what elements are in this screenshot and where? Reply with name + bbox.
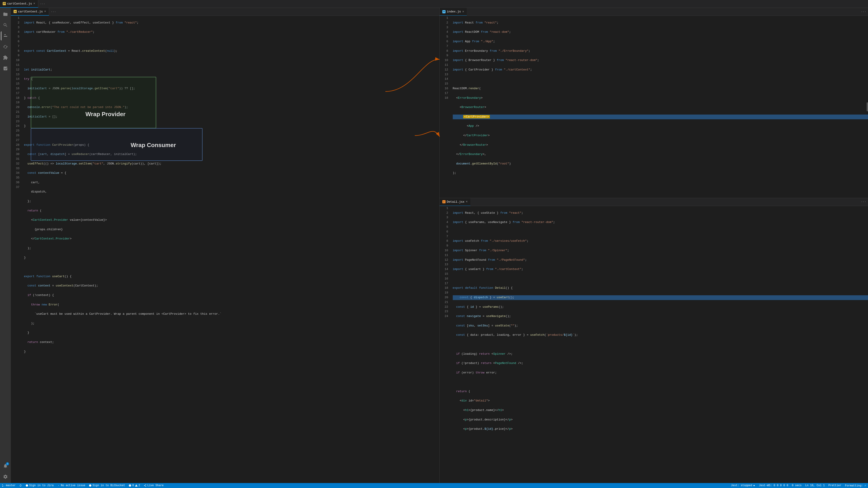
status-time[interactable]: 0 secs — [790, 483, 803, 488]
tab-index-js[interactable]: JS index.js × — [440, 8, 467, 15]
activity-bottom: 2 — [1, 461, 10, 483]
code-content-right-top[interactable]: import React from "react"; import ReactD… — [451, 16, 868, 198]
status-no-issue-label: No active issue — [61, 484, 85, 487]
notification-count: 2 — [6, 462, 9, 465]
scrollbar-hint-right-top[interactable] — [867, 102, 868, 111]
code-area-right-bottom[interactable]: 1234 5678 9101112 13141516 17181920 2122… — [440, 206, 868, 483]
svg-point-2 — [26, 484, 28, 487]
tab-close-index[interactable]: × — [462, 10, 464, 13]
svg-point-5 — [754, 485, 755, 486]
tab-more-left[interactable]: ··· — [38, 0, 47, 8]
status-formatting[interactable]: Formatting: ✓ — [843, 483, 868, 488]
tab-label-index: index.js — [447, 10, 461, 13]
status-formatting-label: Formatting: ✓ — [845, 484, 866, 487]
main-layout: 2 JS cartContext.js × ··· 1234 5678 — [0, 8, 868, 483]
title-bar: JS cartContext.js × ··· — [0, 0, 868, 8]
status-prettier[interactable]: Prettier — [827, 483, 843, 488]
tab-label-cart: cartContext.js — [7, 2, 32, 5]
line-numbers-right-top: 1234 5678 9101112 13141516 1718 — [440, 16, 451, 198]
tab-cart-context[interactable]: JS cartContext.js × — [0, 0, 38, 8]
tab-label: cartContext.js — [18, 10, 43, 13]
status-jest-ws-label: Jest-WS: 0 0 0 0 0 — [759, 484, 788, 487]
tab-icon-cart: JS — [3, 2, 6, 5]
code-content-right-bottom[interactable]: import React, { useState } from "react";… — [451, 206, 868, 483]
status-errors-count: 0 — [132, 484, 134, 487]
tab-label-detail: Detail.jsx — [447, 200, 465, 203]
activity-test-icon[interactable] — [1, 64, 10, 73]
pane-bottom: ⚙ Detail.jsx × ··· 1234 5678 9101112 131… — [440, 198, 868, 483]
status-branch-label: master — [6, 484, 16, 487]
status-branch[interactable]: master — [0, 483, 18, 488]
code-content-left[interactable]: import React, { useReducer, useEffect, u… — [22, 16, 439, 483]
tab-more-bottom[interactable]: ··· — [859, 198, 868, 206]
status-warnings-count: 2 — [138, 484, 140, 487]
editor-pane-right: JS index.js × ··· 1234 5678 9101112 1314… — [440, 8, 868, 483]
svg-point-3 — [58, 485, 59, 486]
status-sync[interactable] — [18, 483, 24, 488]
status-bar: master Sign in to Jira No active issue S… — [0, 483, 868, 488]
activity-debug-icon[interactable] — [1, 42, 10, 51]
tab-more[interactable]: ··· — [49, 8, 58, 15]
status-position-label: Ln 18, Col 1 — [805, 484, 825, 487]
editor-area: JS cartContext.js × ··· 1234 5678 910111… — [11, 8, 868, 483]
status-jest[interactable]: Jest: stopped — [729, 483, 757, 488]
activity-search-icon[interactable] — [1, 21, 10, 30]
line-numbers-right-bottom: 1234 5678 9101112 13141516 17181920 2122… — [440, 206, 451, 483]
activity-bar: 2 — [0, 8, 11, 483]
code-area-right-top[interactable]: 1234 5678 9101112 13141516 1718 import R… — [440, 16, 868, 198]
status-jest-label: Jest: stopped — [731, 484, 752, 487]
status-jira[interactable]: Sign in to Jira — [24, 483, 55, 488]
status-jira-label: Sign in to Jira — [29, 484, 54, 487]
status-time-label: 0 secs — [792, 484, 802, 487]
status-jest-ws[interactable]: Jest-WS: 0 0 0 0 0 — [757, 483, 790, 488]
tab-close-detail[interactable]: × — [466, 200, 468, 203]
tab-icon-index: JS — [442, 10, 445, 13]
tab-cart-context-editor[interactable]: JS cartContext.js × — [11, 8, 49, 15]
tab-close-cart[interactable]: × — [33, 2, 35, 5]
code-area-left[interactable]: 1234 5678 9101112 13141516 17181920 2122… — [11, 16, 439, 483]
editor-tabs-right-bottom: ⚙ Detail.jsx × ··· — [440, 198, 868, 206]
editor-tabs-left: JS cartContext.js × ··· — [11, 8, 439, 16]
status-bitbucket-label: Sign in to Bitbucket — [92, 484, 125, 487]
line-numbers-left: 1234 5678 9101112 13141516 17181920 2122… — [11, 16, 22, 483]
status-errors[interactable]: 0 2 — [127, 483, 142, 488]
status-live-share[interactable]: Live Share — [142, 483, 165, 488]
pane-top: JS index.js × ··· 1234 5678 9101112 1314… — [440, 8, 868, 198]
editor-tabs-right-top: JS index.js × ··· — [440, 8, 868, 16]
status-bitbucket[interactable]: Sign in to Bitbucket — [87, 483, 127, 488]
activity-explorer-icon[interactable] — [1, 10, 10, 19]
tab-icon-js: JS — [13, 10, 17, 13]
tab-group-left: JS cartContext.js × ··· — [0, 0, 47, 8]
activity-source-control-icon[interactable] — [1, 31, 10, 40]
activity-settings-icon[interactable] — [1, 472, 10, 481]
editor-pane-left: JS cartContext.js × ··· 1234 5678 910111… — [11, 8, 440, 483]
status-no-issue[interactable]: No active issue — [55, 483, 87, 488]
svg-point-4 — [89, 484, 91, 487]
activity-notification-icon[interactable]: 2 — [1, 461, 10, 470]
status-position[interactable]: Ln 18, Col 1 — [803, 483, 827, 488]
status-live-share-label: Live Share — [147, 484, 164, 487]
tab-close[interactable]: × — [44, 10, 46, 13]
tab-more-right[interactable]: ··· — [859, 8, 868, 15]
activity-extensions-icon[interactable] — [1, 53, 10, 62]
status-prettier-label: Prettier — [829, 484, 842, 487]
tab-icon-detail: ⚙ — [442, 200, 445, 203]
tab-detail-jsx[interactable]: ⚙ Detail.jsx × — [440, 198, 470, 206]
